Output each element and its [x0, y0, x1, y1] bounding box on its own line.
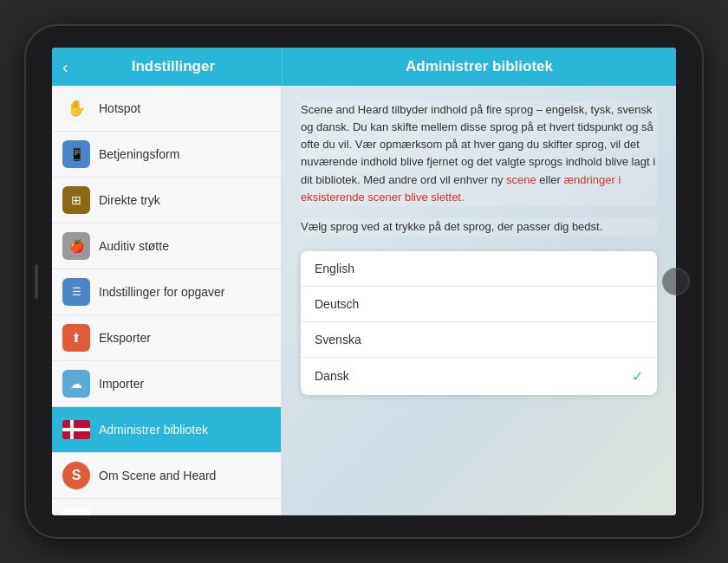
sidebar-item-betjening[interactable]: 📱 Betjeningsform — [52, 132, 281, 178]
content-overlay: Scene and Heard tilbyder indhold på fire… — [282, 86, 676, 515]
sidebar-item-importer[interactable]: ☁ Importer — [52, 361, 281, 407]
hand-icon: ✋ — [62, 94, 90, 122]
back-button[interactable]: ‹ — [62, 57, 68, 77]
sidebar-label-betjening: Betjeningsform — [99, 147, 179, 161]
sidebar-item-hotspot[interactable]: ✋ Hotspot — [52, 86, 281, 132]
settings-title: Indstillinger — [75, 58, 271, 75]
lang-label-english: English — [315, 262, 354, 275]
sidebar-label-administer: Administrer bibliotek — [99, 423, 208, 437]
sidebar-label-therapy: Om Therapy Box — [99, 514, 191, 515]
apple-icon: 🍎 — [62, 232, 90, 260]
sidebar-item-auditiv[interactable]: 🍎 Auditiv støtte — [52, 223, 281, 269]
lang-label-deutsch: Deutsch — [315, 297, 359, 311]
sidebar-item-om-scene[interactable]: S Om Scene and Heard — [52, 453, 281, 499]
sidebar-item-administer[interactable]: Administrer bibliotek — [52, 407, 281, 453]
sidebar-label-hotspot: Hotspot — [99, 101, 140, 115]
scene-icon: S — [62, 462, 90, 489]
instruction-text: Vælg sprog ved at trykke på det sprog, d… — [301, 218, 657, 236]
list-icon: ☰ — [62, 278, 90, 306]
sidebar-label-direkte: Direkte tryk — [99, 193, 160, 207]
check-mark-dansk: ✓ — [632, 368, 643, 385]
highlight-changes: ændringer i eksisterende scener blive sl… — [301, 173, 621, 204]
sidebar-item-therapy[interactable]: TB Om Therapy Box — [52, 499, 281, 515]
main-content: ✋ Hotspot 📱 Betjeningsform ⊞ Direkte try… — [52, 86, 676, 515]
lang-label-svenska: Svenska — [315, 333, 361, 346]
content-header: Administrer bibliotek — [282, 48, 676, 86]
lang-label-dansk: Dansk — [315, 369, 349, 383]
right-panel: Scene and Heard tilbyder indhold på fire… — [282, 86, 676, 515]
lang-option-dansk[interactable]: Dansk ✓ — [301, 358, 657, 395]
tablet-frame: ‹ Indstillinger Administrer bibliotek ✋ … — [26, 26, 702, 537]
sidebar-label-auditiv: Auditiv støtte — [99, 239, 169, 253]
sidebar-item-eksporter[interactable]: ⬆ Eksporter — [52, 315, 281, 361]
upload-icon: ⬆ — [62, 324, 90, 352]
sidebar-item-direkte[interactable]: ⊞ Direkte tryk — [52, 178, 281, 223]
tablet-icon: 📱 — [62, 140, 90, 168]
grid-icon: ⊞ — [62, 186, 90, 214]
lang-option-english[interactable]: English — [301, 251, 657, 287]
flag-icon — [62, 416, 90, 443]
sidebar-label-opgaver: Indstillinger for opgaver — [99, 285, 225, 299]
settings-header: ‹ Indstillinger — [52, 48, 282, 86]
sidebar-label-eksporter: Eksporter — [99, 331, 151, 345]
sidebar-label-importer: Importer — [99, 377, 144, 391]
language-selector: English Deutsch Svenska Dansk ✓ — [301, 251, 657, 395]
tablet-screen: ‹ Indstillinger Administrer bibliotek ✋ … — [52, 48, 676, 515]
sidebar: ✋ Hotspot 📱 Betjeningsform ⊞ Direkte try… — [52, 86, 282, 515]
highlight-scene: scene — [506, 173, 536, 186]
lang-option-svenska[interactable]: Svenska — [301, 322, 657, 358]
sidebar-label-om-scene: Om Scene and Heard — [99, 469, 216, 482]
cloud-icon: ☁ — [62, 370, 90, 398]
therapy-icon: TB — [62, 508, 90, 515]
sidebar-item-opgaver[interactable]: ☰ Indstillinger for opgaver — [52, 269, 281, 315]
content-title: Administrer bibliotek — [406, 58, 553, 75]
description-paragraph: Scene and Heard tilbyder indhold på fire… — [301, 101, 657, 206]
lang-option-deutsch[interactable]: Deutsch — [301, 287, 657, 322]
top-bar: ‹ Indstillinger Administrer bibliotek — [52, 48, 676, 86]
